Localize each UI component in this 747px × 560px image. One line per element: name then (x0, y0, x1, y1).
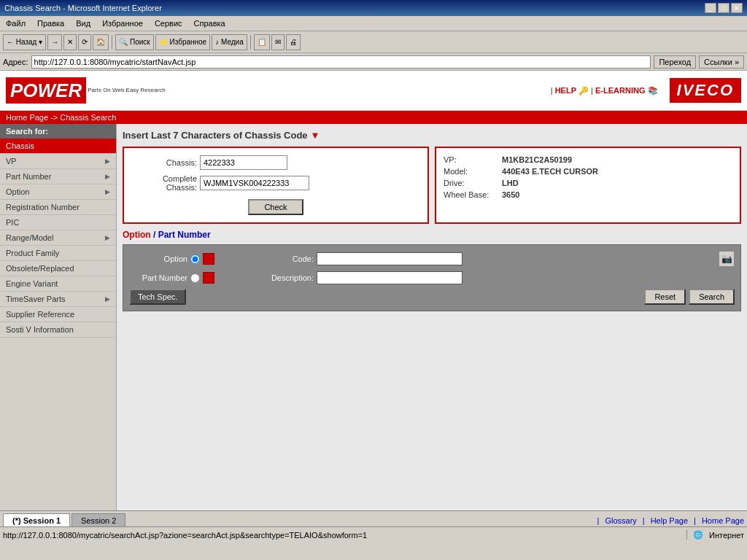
zone-text: Интернет (709, 531, 744, 540)
maximize-button[interactable]: □ (718, 3, 729, 13)
status-zone: 🌐 Интернет (686, 530, 744, 540)
option-separator: / (153, 230, 158, 240)
wheelbase-value: 3650 (502, 190, 519, 199)
favorites-button[interactable]: ⭐ Избранное (155, 34, 210, 50)
option-marker (203, 253, 214, 265)
app-header: POWER Parts On Web Easy Research | HELP … (0, 71, 747, 111)
go-button[interactable]: Переход (654, 55, 696, 69)
drive-label: Drive: (444, 179, 502, 187)
home-button[interactable]: 🏠 (93, 34, 109, 50)
vp-value: M1KB21C2A50199 (502, 155, 572, 164)
search-top-row: Option Code: 📷 (129, 251, 735, 267)
option-link[interactable]: Option (123, 230, 151, 240)
sidebar-item-engine-variant[interactable]: Engine Variant (0, 276, 116, 292)
reset-button[interactable]: Reset (644, 289, 686, 305)
sidebar-arrow-part-number: ▶ (105, 173, 110, 180)
chassis-form-area: Chassis: Complete Chassis: Check VP: M1K… (123, 147, 741, 224)
sidebar-arrow-option: ▶ (105, 188, 110, 195)
refresh-button[interactable]: ⟳ (78, 34, 91, 50)
part-radio-label: Part Number (129, 273, 187, 282)
status-bar: http://127.0.0.1:8080/mycatric/searchAct… (0, 526, 747, 542)
code-input[interactable] (317, 252, 462, 265)
power-logo-text: POWER (6, 77, 86, 104)
links-button[interactable]: Ссылки » (699, 55, 744, 69)
help-link[interactable]: HELP (555, 86, 576, 95)
media-button[interactable]: ♪ Медиа (212, 34, 247, 50)
search-panel: Option Code: 📷 Part Number (123, 244, 741, 311)
sidebar-item-product-family[interactable]: Product Family (0, 246, 116, 261)
sidebar-item-range-model[interactable]: Range/Model ▶ (0, 230, 116, 246)
sidebar-arrow-range: ▶ (105, 234, 110, 241)
sidebar-label-part-number: Part Number (6, 172, 51, 181)
sidebar-label-range-model: Range/Model (6, 233, 53, 242)
menu-help[interactable]: Справка (191, 18, 228, 29)
menu-view[interactable]: Вид (73, 18, 93, 29)
sidebar-label-supplier: Supplier Reference (6, 310, 74, 319)
wheelbase-label: Wheel Base: (444, 190, 502, 199)
power-logo: POWER Parts On Web Easy Research (6, 77, 166, 104)
sidebar-item-registration[interactable]: Registration Number (0, 200, 116, 215)
description-input[interactable] (317, 271, 462, 284)
browser-title: Chassis Search - Microsoft Internet Expl… (4, 4, 162, 12)
sidebar-item-obsolete[interactable]: Obsolete/Replaced (0, 261, 116, 276)
chassis-input[interactable] (200, 155, 287, 170)
stop-button[interactable]: ✕ (63, 34, 77, 50)
search-button[interactable]: Search (689, 289, 735, 305)
main-content: Insert Last 7 Characters of Chassis Code… (117, 124, 747, 510)
part-number-link[interactable]: Part Number (158, 230, 211, 240)
section-title: Insert Last 7 Characters of Chassis Code… (123, 130, 741, 141)
globe-icon: 🌐 (693, 530, 703, 540)
check-button[interactable]: Check (248, 199, 303, 215)
address-input[interactable] (31, 55, 651, 69)
menu-tools[interactable]: Сервис (152, 18, 185, 29)
address-bar: Адрес: Переход Ссылки » (0, 53, 747, 71)
power-logo-subtitle: Parts On Web Easy Research (88, 87, 166, 94)
complete-chassis-row: Complete Chassis: (131, 174, 420, 192)
sidebar-header: Search for: (0, 124, 116, 139)
sidebar-item-chassis[interactable]: Chassis (0, 139, 116, 154)
header-right: | HELP 🔑 | E-LEARNING 📚 IVECO (551, 78, 741, 103)
camera-button[interactable]: 📷 (719, 251, 735, 267)
minimize-button[interactable]: _ (705, 3, 716, 13)
drive-value: LHD (502, 179, 519, 187)
model-row: Model: 440E43 E.TECH CURSOR (444, 167, 732, 176)
main-layout: Search for: Chassis VP ▶ Part Number ▶ O… (0, 124, 747, 510)
history-button[interactable]: 📋 (254, 34, 270, 50)
session-tab-1[interactable]: (*) Session 1 (3, 513, 70, 526)
session-tab-2[interactable]: Session 2 (71, 513, 125, 526)
glossary-link[interactable]: Glossary (605, 516, 636, 525)
sidebar-item-sosti[interactable]: Sosti V Information (0, 322, 116, 338)
window-controls: _ □ ✕ (705, 3, 743, 13)
mail-button[interactable]: ✉ (271, 34, 285, 50)
home-page-link[interactable]: Home Page (702, 516, 744, 525)
sidebar-item-part-number[interactable]: Part Number ▶ (0, 169, 116, 184)
close-button[interactable]: ✕ (731, 3, 743, 13)
session-links: | Glossary | Help Page | Home Page (597, 516, 744, 526)
menu-favorites[interactable]: Избранное (99, 18, 146, 29)
description-label: Description: (255, 273, 314, 282)
option-radio[interactable] (190, 254, 200, 264)
help-page-link[interactable]: Help Page (651, 516, 688, 525)
toolbar: ← ← НазадНазад ▾ → ✕ ⟳ 🏠 🔍 Поиск ⭐ Избра… (0, 31, 747, 53)
elearning-link[interactable]: E-LEARNING (595, 86, 645, 95)
sidebar-item-supplier[interactable]: Supplier Reference (0, 307, 116, 322)
back-button[interactable]: ← ← НазадНазад ▾ (3, 34, 46, 50)
sidebar-arrow-vp: ▶ (105, 158, 110, 165)
forward-button[interactable]: → (47, 34, 62, 50)
tech-spec-button[interactable]: Tech Spec. (129, 289, 186, 305)
code-label: Code: (255, 254, 314, 263)
chassis-row: Chassis: (131, 155, 420, 170)
search-button[interactable]: 🔍 Поиск (115, 34, 154, 50)
menu-file[interactable]: Файл (3, 18, 28, 29)
chassis-label: Chassis: (131, 158, 197, 167)
part-number-radio[interactable] (190, 273, 200, 283)
sidebar-item-pic[interactable]: PIC (0, 215, 116, 230)
wheelbase-row: Wheel Base: 3650 (444, 190, 732, 199)
chassis-form-panel: Chassis: Complete Chassis: Check (123, 147, 429, 224)
complete-chassis-input[interactable] (200, 176, 309, 190)
menu-edit[interactable]: Правка (34, 18, 67, 29)
sidebar-item-timesaver[interactable]: TimeSaver Parts ▶ (0, 292, 116, 307)
sidebar-item-vp[interactable]: VP ▶ (0, 154, 116, 169)
sidebar-item-option[interactable]: Option ▶ (0, 184, 116, 200)
print-button[interactable]: 🖨 (286, 34, 301, 50)
